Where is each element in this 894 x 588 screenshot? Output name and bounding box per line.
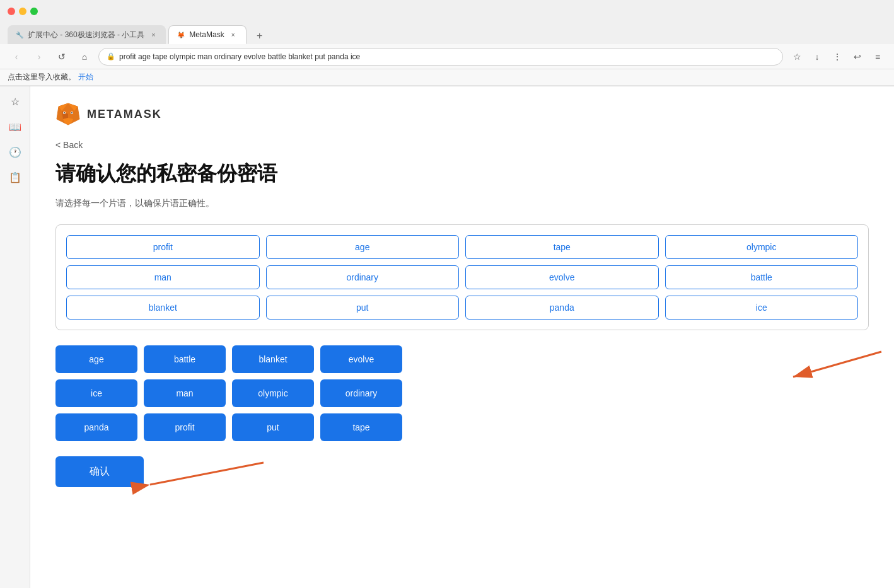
- selected-word-ice[interactable]: ice: [665, 296, 859, 320]
- word-selection-area: profit age tape olympic man ordinary evo…: [55, 224, 869, 330]
- word-button-tape[interactable]: tape: [320, 413, 402, 441]
- selected-word-battle[interactable]: battle: [665, 265, 859, 289]
- page-subtitle: 请选择每一个片语，以确保片语正确性。: [55, 198, 869, 209]
- window-maximize-button[interactable]: [30, 8, 38, 15]
- bookmark-bar-text: 点击这里导入收藏。: [8, 72, 76, 83]
- refresh-button[interactable]: ↺: [53, 48, 71, 66]
- confirm-section: 确认: [55, 456, 869, 487]
- download-button[interactable]: ↓: [808, 48, 826, 66]
- window-controls: [8, 8, 38, 15]
- selected-word-profit[interactable]: profit: [66, 235, 260, 259]
- word-button-man[interactable]: man: [144, 379, 226, 407]
- sidebar: ☆ 📖 🕐 📋: [0, 86, 30, 588]
- more-tools-button[interactable]: ⋮: [828, 48, 846, 66]
- bookmark-button[interactable]: ☆: [788, 48, 806, 66]
- address-text: profit age tape olympic man ordinary evo…: [119, 52, 360, 61]
- tab-extensions[interactable]: 🔧 扩展中心 - 360极速浏览器 - 小工具 ×: [8, 25, 166, 44]
- selected-word-evolve[interactable]: evolve: [465, 265, 659, 289]
- word-button-battle[interactable]: battle: [144, 345, 226, 373]
- word-button-panda[interactable]: panda: [55, 413, 137, 441]
- nav-bar: ‹ › ↺ ⌂ 🔒 profit age tape olympic man or…: [0, 44, 894, 69]
- selected-word-ordinary[interactable]: ordinary: [266, 265, 460, 289]
- address-bar[interactable]: 🔒 profit age tape olympic man ordinary e…: [98, 48, 783, 66]
- svg-point-10: [64, 112, 65, 113]
- tab-metamask[interactable]: 🦊 MetaMask ×: [168, 25, 246, 44]
- word-button-evolve[interactable]: evolve: [320, 345, 402, 373]
- window-minimize-button[interactable]: [19, 8, 26, 15]
- sidebar-icon-book[interactable]: 📖: [8, 119, 23, 134]
- window-close-button[interactable]: [8, 8, 15, 15]
- tabs-bar: 🔧 扩展中心 - 360极速浏览器 - 小工具 × 🦊 MetaMask × +: [0, 23, 894, 44]
- back-button[interactable]: ‹: [8, 48, 25, 66]
- tab-extensions-favicon: 🔧: [15, 30, 24, 39]
- selected-word-put[interactable]: put: [266, 296, 460, 320]
- word-button-profit[interactable]: profit: [144, 413, 226, 441]
- tab-extensions-label: 扩展中心 - 360极速浏览器 - 小工具: [28, 30, 144, 40]
- word-button-olympic[interactable]: olympic: [232, 379, 314, 407]
- nav-actions: ☆ ↓ ⋮ ↩ ≡: [788, 48, 886, 66]
- sidebar-icon-star[interactable]: ☆: [8, 94, 23, 109]
- home-button[interactable]: ⌂: [76, 48, 93, 66]
- word-button-age[interactable]: age: [55, 345, 137, 373]
- selected-word-age[interactable]: age: [266, 235, 460, 259]
- sidebar-icon-history[interactable]: 🕐: [8, 144, 23, 159]
- selected-word-panda[interactable]: panda: [465, 296, 659, 320]
- browser-chrome: 🔧 扩展中心 - 360极速浏览器 - 小工具 × 🦊 MetaMask × +…: [0, 0, 894, 86]
- metamask-brand: METAMASK: [87, 108, 162, 121]
- tab-metamask-label: MetaMask: [189, 30, 224, 39]
- metamask-logo: [55, 101, 81, 127]
- svg-line-13: [793, 352, 881, 377]
- tab-metamask-favicon: 🦊: [177, 30, 185, 39]
- address-lock-icon: 🔒: [107, 52, 115, 61]
- page-title: 请确认您的私密备份密语: [55, 160, 869, 188]
- arrow-right-indicator: [755, 345, 881, 396]
- menu-button[interactable]: ≡: [869, 48, 886, 66]
- selected-word-tape[interactable]: tape: [465, 235, 659, 259]
- back-link[interactable]: < Back: [55, 140, 83, 150]
- word-button-blanket[interactable]: blanket: [232, 345, 314, 373]
- word-buttons-container: age battle blanket evolve ice man olympi…: [55, 345, 869, 441]
- selected-word-blanket[interactable]: blanket: [66, 296, 260, 320]
- arrow-left-indicator: [137, 450, 264, 494]
- metamask-header: METAMASK: [55, 101, 869, 127]
- undo-button[interactable]: ↩: [849, 48, 866, 66]
- svg-line-15: [150, 463, 264, 485]
- bookmark-bar: 点击这里导入收藏。 开始: [0, 69, 894, 86]
- add-tab-button[interactable]: +: [252, 28, 268, 44]
- forward-button[interactable]: ›: [30, 48, 48, 66]
- available-word-grid: age battle blanket evolve ice man olympi…: [55, 345, 402, 441]
- main-container: ☆ 📖 🕐 📋 METAMASK: [0, 86, 894, 588]
- selected-word-man[interactable]: man: [66, 265, 260, 289]
- title-bar: [0, 0, 894, 23]
- sidebar-icon-notes[interactable]: 📋: [8, 170, 23, 185]
- content-area: METAMASK < Back 请确认您的私密备份密语 请选择每一个片语，以确保…: [30, 86, 894, 588]
- bookmark-bar-link[interactable]: 开始: [78, 72, 93, 83]
- selection-word-grid: profit age tape olympic man ordinary evo…: [66, 235, 858, 320]
- selected-word-olympic[interactable]: olympic: [665, 235, 859, 259]
- tab-extensions-close[interactable]: ×: [148, 30, 158, 40]
- word-button-ordinary[interactable]: ordinary: [320, 379, 402, 407]
- word-button-ice[interactable]: ice: [55, 379, 137, 407]
- tab-metamask-close[interactable]: ×: [228, 30, 238, 40]
- svg-point-11: [71, 112, 73, 113]
- confirm-button[interactable]: 确认: [55, 456, 144, 487]
- word-button-put[interactable]: put: [232, 413, 314, 441]
